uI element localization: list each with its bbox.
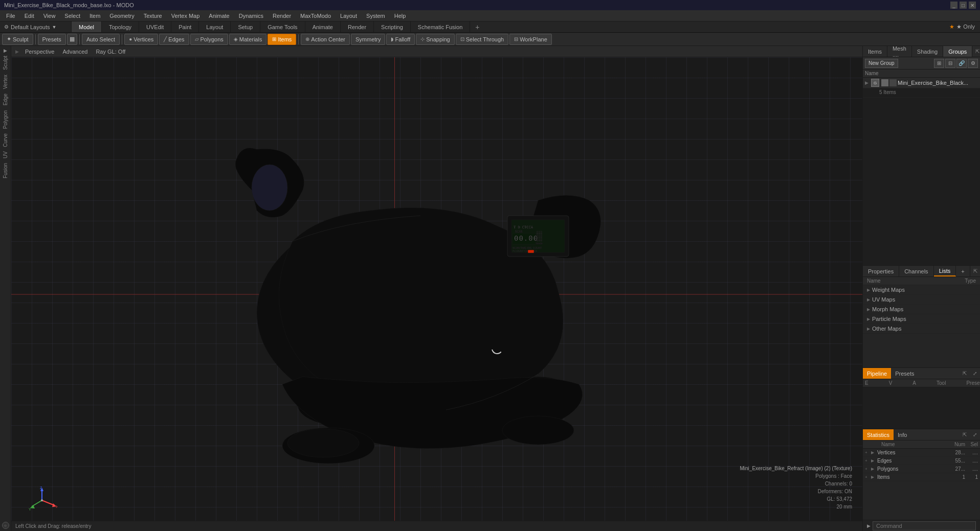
menu-file[interactable]: File: [2, 12, 19, 20]
pipeline-detach-btn[interactable]: ⇱: [960, 368, 970, 379]
menu-geometry[interactable]: Geometry: [105, 12, 138, 20]
menu-vertex-map[interactable]: Vertex Map: [167, 12, 204, 20]
new-group-button[interactable]: New Group: [865, 59, 898, 68]
items-link-btn[interactable]: 🔗: [956, 59, 967, 68]
props-particle-maps[interactable]: ▶ Particle Maps: [863, 314, 980, 324]
menu-help[interactable]: Help: [390, 12, 410, 20]
pipeline-expand-btn[interactable]: ⤢: [970, 368, 980, 379]
props-morph-maps[interactable]: ▶ Morph Maps: [863, 305, 980, 314]
tab-properties[interactable]: Properties: [863, 266, 899, 276]
presets-btn[interactable]: Presets: [38, 34, 66, 45]
cmd-arrow[interactable]: ▶: [867, 523, 871, 528]
pipeline-title: Pipeline: [863, 368, 891, 379]
stats-expand-btn[interactable]: ⤢: [970, 429, 980, 440]
menu-select[interactable]: Select: [60, 12, 84, 20]
symmetry-btn[interactable]: Symmetry: [351, 34, 386, 45]
menu-texture[interactable]: Texture: [140, 12, 166, 20]
sidebar-bottom-btn[interactable]: ○: [2, 522, 9, 529]
vp-expand[interactable]: ▶: [15, 49, 19, 54]
menu-edit[interactable]: Edit: [20, 12, 38, 20]
sidebar-edge[interactable]: Edge: [2, 91, 9, 107]
snapping-btn[interactable]: ⊹ Snapping: [416, 34, 455, 45]
maximize-btn[interactable]: □: [960, 2, 967, 9]
items-settings-btn[interactable]: ⚙: [968, 59, 978, 68]
tab-lists[interactable]: Lists: [934, 266, 956, 276]
menu-view[interactable]: View: [39, 12, 60, 20]
menu-item[interactable]: Item: [85, 12, 104, 20]
menu-render[interactable]: Render: [269, 12, 295, 20]
tab-scripting[interactable]: Scripting: [374, 21, 411, 32]
tab-topology[interactable]: Topology: [102, 21, 139, 32]
sidebar-expand[interactable]: ▶: [4, 48, 7, 53]
materials-btn[interactable]: ◈ Materials: [229, 34, 267, 45]
menu-animate[interactable]: Animate: [205, 12, 233, 20]
menu-dynamics[interactable]: Dynamics: [235, 12, 268, 20]
sidebar-curve[interactable]: Curve: [2, 131, 9, 149]
tab-shading[interactable]: Shading: [912, 46, 943, 57]
tab-animate[interactable]: Animate: [305, 21, 341, 32]
stats-edges[interactable]: + ▶ Edges 55... ....: [863, 457, 980, 465]
viewport-gizmo: Z X Y: [27, 485, 57, 516]
stats-polygons[interactable]: + ▶ Polygons 27... ....: [863, 465, 980, 473]
minimize-btn[interactable]: _: [950, 2, 957, 9]
props-detach-btn[interactable]: ⇱: [970, 266, 980, 276]
tab-items-list[interactable]: Items: [863, 46, 887, 57]
props-weight-maps[interactable]: ▶ Weight Maps: [863, 285, 980, 295]
vp-ray-gl[interactable]: Ray GL: Off: [94, 49, 127, 55]
panel-detach-btn[interactable]: ⇱: [972, 46, 980, 57]
edges-btn[interactable]: ╱ Edges: [159, 34, 189, 45]
tab-paint[interactable]: Paint: [171, 21, 199, 32]
sidebar-polygon[interactable]: Polygon: [2, 108, 9, 131]
tab-render[interactable]: Render: [341, 21, 374, 32]
select-through-btn[interactable]: ⊡ Select Through: [456, 34, 508, 45]
tab-setup[interactable]: Setup: [231, 21, 260, 32]
close-btn[interactable]: ✕: [969, 2, 976, 9]
falloff-btn[interactable]: ◗ Falloff: [386, 34, 415, 45]
sidebar-uv[interactable]: UV: [2, 149, 9, 160]
3d-viewport[interactable]: T D CTCCA SCAN 00.00 ⣿⣿⣿ ⣿⣿⣿ ⣿⣿⣿ mode SC…: [11, 57, 862, 531]
menu-layout[interactable]: Layout: [336, 12, 361, 20]
sidebar-sculpt[interactable]: Sculpt: [2, 54, 9, 72]
pipeline-presets[interactable]: Presets: [891, 371, 918, 377]
vertices-btn[interactable]: ● Vertices: [124, 34, 158, 45]
tab-schematic[interactable]: Schematic Fusion: [411, 21, 470, 32]
tab-groups[interactable]: Groups: [943, 46, 972, 57]
items-view-btn2[interactable]: ⊟: [945, 59, 955, 68]
stats-detach-btn[interactable]: ⇱: [960, 429, 970, 440]
props-uv-maps[interactable]: ▶ UV Maps: [863, 295, 980, 305]
tab-model[interactable]: Model: [72, 21, 102, 32]
tab-mesh[interactable]: Mesh ....: [887, 46, 912, 57]
tab-channels[interactable]: Channels: [899, 266, 933, 276]
fill-btn[interactable]: ▦: [67, 34, 77, 45]
window-controls[interactable]: _ □ ✕: [950, 2, 976, 9]
menu-maxtomode[interactable]: MaxToModo: [296, 12, 335, 20]
menu-system[interactable]: System: [362, 12, 389, 20]
tab-add-btn[interactable]: +: [470, 21, 484, 32]
group-vis-icon[interactable]: [881, 79, 888, 86]
stats-vertices[interactable]: + ▶ Vertices 28... ....: [863, 449, 980, 457]
items-view-btn1[interactable]: ⊞: [934, 59, 944, 68]
tab-layouts[interactable]: ⚙Default Layouts ▼: [0, 21, 72, 32]
stats-items[interactable]: + ▶ Items 1 1: [863, 473, 980, 481]
tab-uvedit[interactable]: UVEdit: [139, 21, 171, 32]
group-lock-icon[interactable]: [889, 79, 897, 86]
sidebar-fusion[interactable]: Fusion: [2, 161, 9, 180]
props-other-maps[interactable]: ▶ Other Maps: [863, 324, 980, 334]
tab-plus[interactable]: +: [956, 266, 970, 276]
workplane-btn[interactable]: ⊟ WorkPlane: [509, 34, 552, 45]
viewport-area[interactable]: ▶ Perspective Advanced Ray GL: Off ⊞ ○ ⊡…: [11, 46, 862, 531]
sculpt-btn[interactable]: ✦ Sculpt: [2, 34, 33, 45]
items-group-row[interactable]: ▶ G Mini_Exercise_Bike_Black...: [863, 78, 980, 88]
vp-advanced[interactable]: Advanced: [60, 49, 90, 55]
stats-info-tab[interactable]: Info: [894, 432, 911, 438]
items-btn[interactable]: ⊞ Items: [268, 34, 296, 45]
tab-game-tools[interactable]: Game Tools: [260, 21, 305, 32]
auto-select-btn[interactable]: Auto Select: [82, 34, 120, 45]
tab-layout[interactable]: Layout: [199, 21, 231, 32]
action-center-btn[interactable]: ⊕ Action Center: [301, 34, 350, 45]
group-name[interactable]: Mini_Exercise_Bike_Black...: [898, 80, 978, 86]
command-input[interactable]: [873, 521, 976, 530]
sidebar-vertex[interactable]: Vertex: [2, 73, 9, 91]
vp-perspective[interactable]: Perspective: [23, 49, 56, 55]
polygons-btn[interactable]: ▱ Polygons: [190, 34, 228, 45]
